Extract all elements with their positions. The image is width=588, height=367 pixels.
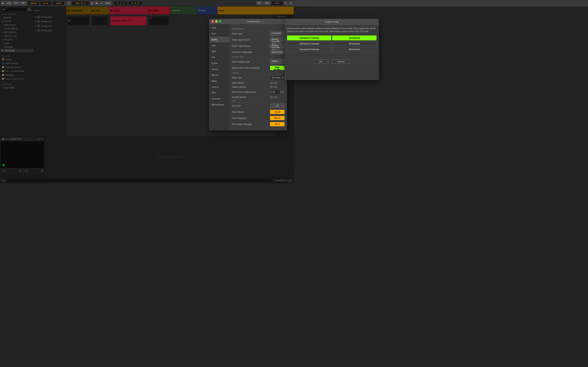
overall-latency-row: Overall Latency 63.2 ms [232,96,285,98]
output-config-desc: Choose which audio hardware outputs to m… [287,27,294,33]
inout-sample-rate-value: 48000 [270,59,285,64]
dialog-footer: OK Cancel [285,57,294,66]
output-mono-3-4[interactable]: 3 (mono) & 4 (mono) [287,41,294,46]
ext-btn[interactable]: EXT [13,1,19,6]
buffer-size-select[interactable]: 512 Samples [270,75,285,80]
rec-btn[interactable]: ● [100,1,104,6]
audio-input-btn[interactable]: Analog Four (Bit Acc [270,38,285,42]
time-sig-display: 4 / 4 [40,1,52,6]
prefs-close-btn[interactable] [212,20,214,23]
audio-output-row: Audio Output Device Analog Four (Bit Acc [232,44,285,48]
channel-config-value: Input Config [270,50,285,54]
tone-volume-btn[interactable]: -36 dB [270,110,285,114]
driver-type-label: Driver Type [232,33,269,35]
cpu-usage-control: 50 % [270,122,285,126]
prefs-min-btn[interactable] [215,20,218,23]
cpu-usage-btn[interactable]: 50 % [270,122,285,126]
tone-freq-btn[interactable]: 440 Hz [270,116,285,120]
buffer-size-value: 512 Samples [270,75,285,80]
audio-input-value: Analog Four (Bit Acc [270,38,285,42]
bpm-display[interactable]: 130.00 [27,1,39,6]
driver-type-btn[interactable]: CoreAudio [270,31,285,36]
input-config-btn[interactable]: Input Config [270,50,285,54]
sample-rate-section: Sample Rate [232,56,285,59]
prefs-nav-maintenance[interactable]: Maintenance [209,102,230,108]
prefs-nav-library[interactable]: Library [209,66,230,72]
prefs-nav-file[interactable]: File [209,54,230,60]
audio-output-label: Audio Output Device [232,45,269,47]
test-tone-label: Test Tone [232,105,269,107]
prefs-content: Audio Device Driver Type CoreAudio Audio… [230,24,287,130]
inout-sample-rate-row: In/Out Sample Rate 48000 [232,59,285,64]
stop-btn[interactable]: ■ [90,1,94,6]
output-latency-display: 42.1 ms [270,86,285,88]
buffer-size-row: Buffer Size 512 Samples [232,75,285,80]
time3-display: 4 . 0 . 0 [128,1,143,6]
input-latency-row: Input Latency 21.0 ms [232,82,285,84]
preferences-dialog: Preferences Look Feel Audio Link MIDI Fi… [209,19,287,130]
output-latency-label: Output Latency [232,86,269,88]
audio-input-row: Audio Input Device Analog Four (Bit Acc [232,38,285,42]
cpu-display: 4 % [271,1,283,6]
audio-output-btn[interactable]: Analog Four (Bit Acc [270,44,285,48]
menu-btn[interactable]: ☰ [288,1,293,6]
prefs-max-btn[interactable] [219,20,221,23]
loop-btn[interactable]: ⟳ [67,1,71,6]
key-btn[interactable]: KEY [256,1,263,6]
input-latency-display: 21.0 ms [270,82,285,84]
prefs-nav-look[interactable]: Look [209,25,230,31]
midi-btn[interactable]: MIDI [264,1,271,6]
play-btn2[interactable]: ▶ [95,1,99,6]
output-grid: 1 (mono) & 2 (mono) 1/2 (stereo) 3 (mono… [287,35,294,52]
high-quality-btn[interactable]: High Quality [270,66,285,70]
sample-rate-btn[interactable]: 48000 [270,59,285,64]
default-sr-label: Default SR & Pitch Conversion [232,67,269,69]
default-sr-value: High Quality [270,66,285,70]
driver-error-row: Driver Error Compensation ms [232,90,285,94]
bars-display[interactable]: 1 Bar [52,1,65,6]
driver-type-value: CoreAudio [270,31,285,36]
cpu-usage-row: CPU Usage Simulator 50 % [232,122,285,126]
top-toolbar: ▶ Link EXT TAP 130.00 4 / 4 1 Bar ⟳ 328 … [0,0,294,7]
audio-output-value: Analog Four (Bit Acc [270,44,285,48]
prefs-nav-warp[interactable]: Warp [209,78,230,84]
output-latency-value: 42.1 ms [270,86,277,88]
driver-error-unit: ms [281,91,283,93]
output-config-dialog: Output Config Choose which audio hardwar… [285,19,294,80]
prefs-nav-folder[interactable]: Folder [209,60,230,66]
test-section: Test [232,100,285,103]
driver-error-input[interactable] [270,90,280,94]
prefs-nav-midi[interactable]: MIDI [209,49,230,54]
sep1 [66,1,66,6]
output-latency-row: Output Latency 42.1 ms [232,86,285,88]
test-tone-btn[interactable]: Off [270,104,285,108]
prefs-titlebar: Preferences [209,19,287,24]
play-btn[interactable]: ▶ [1,1,5,6]
audio-input-label: Audio Input Device [232,39,269,41]
driver-type-row: Driver Type CoreAudio [232,31,285,36]
output-config-body: Choose which audio hardware outputs to m… [285,25,294,55]
tone-freq-label: Tone Frequency [232,117,269,119]
inout-sample-rate-label: In/Out Sample Rate [232,61,269,63]
prefs-nav-feel[interactable]: Feel [209,31,230,37]
link-btn[interactable]: Link [6,1,12,6]
overall-latency-value: 63.2 ms [270,96,277,98]
prefs-nav-licenses[interactable]: Licenses [209,96,230,102]
prefs-nav-record[interactable]: Record [209,72,230,78]
tone-volume-control: -36 dB [270,110,285,114]
prefs-nav-link[interactable]: Link [209,43,230,49]
latency-section: Latency [232,72,285,75]
tap-btn[interactable]: TAP [20,1,27,6]
overall-latency-display: 63.2 ms [270,96,285,98]
new-btn[interactable]: NEW [104,1,112,6]
d-btn[interactable]: D [284,1,288,6]
prefs-nav-launch[interactable]: Launch [209,84,230,90]
default-sr-row: Default SR & Pitch Conversion High Quali… [232,66,285,70]
modal-overlay: Preferences Look Feel Audio Link MIDI Fi… [0,7,294,184]
tone-freq-control: 440 Hz [270,116,285,120]
prefs-nav-cpu[interactable]: CPU [209,90,230,96]
output-mono-5-6[interactable]: 5 (mono) & 6 (mono) [287,47,294,52]
output-mono-1-2[interactable]: 1 (mono) & 2 (mono) [287,35,294,40]
prefs-nav: Look Feel Audio Link MIDI File Folder Li… [209,24,230,130]
prefs-nav-audio[interactable]: Audio [209,37,230,43]
